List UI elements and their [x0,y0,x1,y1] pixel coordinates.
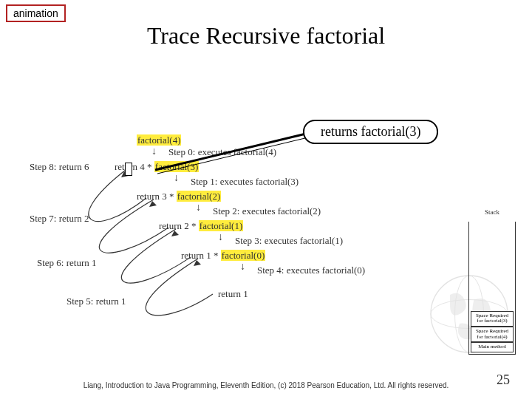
callout-leader-line [0,0,532,399]
svg-line-1 [157,137,311,174]
svg-line-0 [155,133,309,170]
callout-bubble: returns factorial(3) [303,120,438,144]
